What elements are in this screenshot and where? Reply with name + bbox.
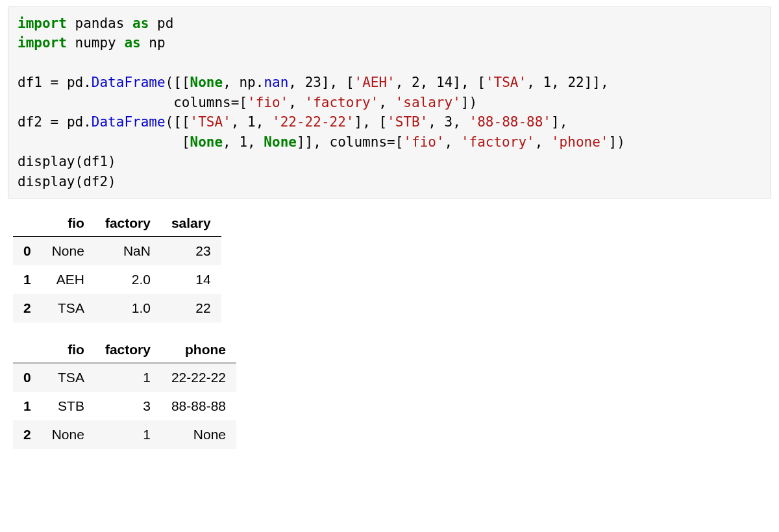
- code-cell[interactable]: import pandas as pd import numpy as np d…: [8, 6, 771, 199]
- cell-factory: NaN: [95, 236, 161, 265]
- str-factory: 'factory': [461, 134, 535, 150]
- comma: ,: [461, 75, 477, 90]
- lbracket: [: [346, 75, 354, 90]
- kw-columns: columns=: [330, 134, 395, 150]
- cell-fio: None: [42, 236, 95, 265]
- col-header-fio: fio: [42, 337, 95, 363]
- cell-factory: 1.0: [95, 294, 161, 322]
- str-salary: 'salary': [395, 95, 461, 110]
- cell-factory: 3: [95, 392, 161, 420]
- comma: ,: [428, 114, 444, 130]
- index-header-blank: [13, 210, 42, 237]
- comma: ,: [223, 134, 239, 150]
- str-222222: '22-22-22': [272, 114, 354, 130]
- row-index: 2: [13, 420, 42, 449]
- cell-salary: 22: [161, 294, 221, 322]
- const-none: None: [190, 134, 223, 150]
- row-index: 0: [13, 363, 42, 392]
- comma: ,: [452, 114, 469, 130]
- rparen: ): [617, 134, 625, 150]
- str-aeh: 'AEH': [354, 75, 395, 90]
- table-row: 2 None 1 None: [13, 420, 236, 449]
- lbracket: [: [182, 134, 190, 150]
- str-fio: 'fio': [247, 95, 288, 110]
- op-eq: =: [42, 75, 67, 90]
- kw-as: as: [132, 16, 149, 31]
- rbracket: ]: [592, 75, 600, 90]
- comma: ,: [445, 134, 461, 150]
- indent: [18, 95, 173, 110]
- cell-factory: 2.0: [95, 265, 161, 294]
- call-dataframe: DataFrame: [92, 75, 166, 90]
- cell-factory: 1: [95, 420, 161, 449]
- const-none: None: [190, 75, 223, 90]
- num-23: 23: [305, 75, 321, 90]
- mod-numpy: numpy: [75, 35, 116, 51]
- comma: ,: [223, 75, 239, 90]
- cell-phone: 22-22-22: [161, 363, 236, 392]
- pd-prefix: pd.: [67, 75, 92, 90]
- num-1: 1: [247, 114, 256, 130]
- kw-import: import: [18, 16, 67, 31]
- cell-phone: 88-88-88: [161, 392, 236, 420]
- comma-trail: ,: [600, 75, 609, 90]
- comma: ,: [362, 114, 378, 130]
- lbracket: [: [395, 134, 404, 150]
- rbracket: ]: [354, 114, 362, 130]
- rbracket: ]: [584, 75, 593, 90]
- call-display: display: [18, 154, 75, 169]
- cell-fio: AEH: [42, 265, 95, 294]
- disp-arg-df2: (df2): [75, 174, 116, 189]
- str-tsa: 'TSA': [190, 114, 231, 130]
- num-1: 1: [543, 75, 551, 90]
- col-header-phone: phone: [161, 337, 236, 363]
- table-row: 1 AEH 2.0 14: [13, 265, 221, 294]
- rbracket: ]: [297, 134, 305, 150]
- output-table-df1: fio factory salary 0 None NaN 23 1 AEH 2…: [13, 210, 221, 322]
- col-header-fio: fio: [42, 210, 95, 237]
- comma: ,: [378, 95, 395, 110]
- table-header-row: fio factory phone: [13, 337, 236, 363]
- cell-fio: None: [42, 420, 95, 449]
- cell-salary: 23: [161, 236, 221, 265]
- kw-as: as: [124, 35, 140, 51]
- lbracket: [: [239, 95, 247, 110]
- comma: ,: [313, 134, 329, 150]
- comma: ,: [395, 75, 412, 90]
- rbracket: ]: [461, 95, 469, 110]
- cell-salary: 14: [161, 265, 221, 294]
- lbracket: [: [477, 75, 486, 90]
- col-header-factory: factory: [95, 210, 161, 237]
- table-header-row: fio factory salary: [13, 210, 221, 237]
- pd-prefix: pd.: [67, 114, 92, 130]
- row-index: 2: [13, 294, 42, 322]
- lbracket: [: [173, 114, 182, 130]
- comma: ,: [231, 114, 247, 130]
- var-df1: df1: [18, 75, 42, 90]
- output-table-df2: fio factory phone 0 TSA 1 22-22-22 1 STB…: [13, 337, 236, 449]
- rbracket: ]: [551, 114, 560, 130]
- lbracket: [: [378, 114, 387, 130]
- call-display: display: [18, 174, 75, 189]
- num-3: 3: [445, 114, 453, 130]
- row-index: 1: [13, 265, 42, 294]
- cell-factory: 1: [95, 363, 161, 392]
- comma: ,: [551, 75, 567, 90]
- alias-np: np: [149, 35, 165, 51]
- disp-arg-df1: (df1): [75, 154, 116, 169]
- index-header-blank: [13, 337, 42, 363]
- str-phone: 'phone': [551, 134, 609, 150]
- col-header-salary: salary: [161, 210, 221, 237]
- rbracket: ]: [321, 75, 330, 90]
- str-stb: 'STB': [387, 114, 428, 130]
- lbracket: [: [182, 114, 190, 130]
- row-index: 1: [13, 392, 42, 420]
- rbracket: ]: [608, 134, 617, 150]
- comma: ,: [526, 75, 543, 90]
- table-row: 0 TSA 1 22-22-22: [13, 363, 236, 392]
- col-header-factory: factory: [95, 337, 161, 363]
- lbracket: [: [182, 75, 190, 90]
- rbracket: ]: [452, 75, 461, 90]
- attr-nan: nan: [264, 75, 288, 90]
- rparen: ): [469, 95, 477, 110]
